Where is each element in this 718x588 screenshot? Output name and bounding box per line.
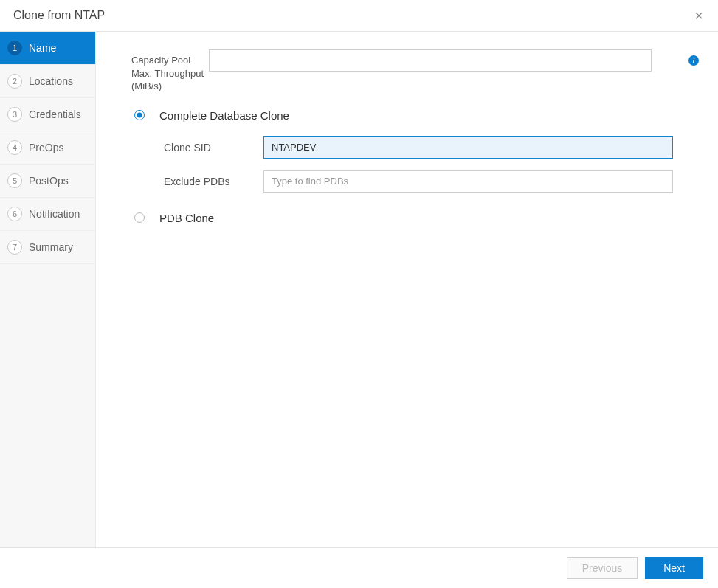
step-label: Summary: [29, 241, 73, 253]
capacity-row: Capacity Pool Max. Throughput (MiB/s) i: [131, 49, 699, 93]
previous-button: Previous: [567, 557, 638, 579]
complete-clone-option[interactable]: Complete Database Clone: [131, 109, 699, 122]
dialog-title: Clone from NTAP: [13, 9, 105, 22]
capacity-label: Capacity Pool Max. Throughput (MiB/s): [131, 49, 209, 93]
step-notification[interactable]: 6 Notification: [0, 198, 95, 231]
exclude-pdbs-input[interactable]: [263, 170, 673, 193]
step-credentials[interactable]: 3 Credentials: [0, 98, 95, 131]
pdb-clone-label: PDB Clone: [159, 212, 214, 224]
info-icon[interactable]: i: [688, 55, 699, 66]
step-postops[interactable]: 5 PostOps: [0, 165, 95, 198]
next-button[interactable]: Next: [645, 557, 703, 579]
exclude-pdbs-label: Exclude PDBs: [164, 176, 263, 187]
step-preops[interactable]: 4 PreOps: [0, 131, 95, 165]
clone-sid-row: Clone SID: [164, 136, 699, 159]
step-summary[interactable]: 7 Summary: [0, 231, 95, 264]
pdb-clone-option[interactable]: PDB Clone: [131, 212, 699, 224]
step-number: 4: [7, 140, 22, 155]
capacity-input-wrap: [209, 49, 671, 72]
step-locations[interactable]: 2 Locations: [0, 65, 95, 98]
capacity-input[interactable]: [209, 49, 652, 72]
dialog-body: 1 Name 2 Locations 3 Credentials 4 PreOp…: [0, 32, 718, 547]
clone-sid-input[interactable]: [263, 136, 673, 159]
step-name[interactable]: 1 Name: [0, 32, 95, 65]
step-number: 3: [7, 107, 22, 122]
step-label: Name: [29, 42, 56, 54]
complete-clone-fields: Clone SID Exclude PDBs: [131, 136, 699, 193]
dialog-footer: Previous Next: [0, 547, 718, 588]
radio-complete-clone[interactable]: [134, 110, 145, 120]
complete-clone-label: Complete Database Clone: [159, 109, 289, 122]
wizard-sidebar: 1 Name 2 Locations 3 Credentials 4 PreOp…: [0, 32, 96, 547]
step-label: PostOps: [29, 175, 69, 187]
step-label: Credentials: [29, 108, 81, 120]
step-number: 5: [7, 173, 22, 188]
step-number: 1: [7, 41, 22, 55]
step-number: 7: [7, 240, 22, 255]
close-icon[interactable]: ×: [694, 8, 703, 23]
clone-sid-label: Clone SID: [164, 142, 263, 153]
step-label: PreOps: [29, 142, 63, 153]
step-label: Notification: [29, 208, 80, 220]
main-panel: Capacity Pool Max. Throughput (MiB/s) i …: [96, 32, 718, 547]
radio-pdb-clone[interactable]: [134, 212, 145, 223]
dialog-header: Clone from NTAP ×: [0, 0, 718, 32]
step-number: 6: [7, 207, 22, 221]
step-number: 2: [7, 74, 22, 89]
exclude-pdbs-row: Exclude PDBs: [164, 170, 699, 193]
step-label: Locations: [29, 75, 73, 87]
